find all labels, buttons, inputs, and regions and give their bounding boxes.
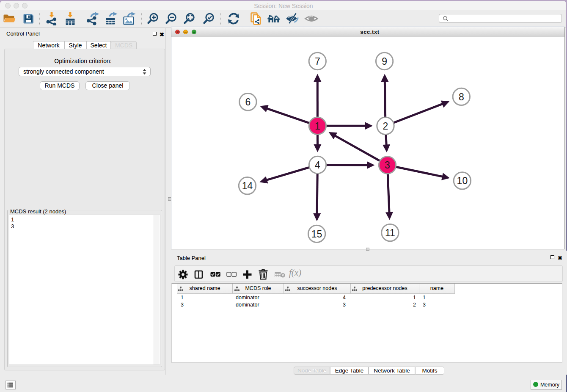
svg-text:2: 2 (383, 121, 388, 132)
svg-text:3: 3 (385, 160, 390, 171)
svg-text:10: 10 (457, 175, 468, 186)
svg-text:7: 7 (315, 56, 320, 67)
svg-text:11: 11 (385, 227, 395, 238)
svg-text:4: 4 (315, 160, 320, 171)
svg-text:6: 6 (245, 97, 251, 108)
svg-text:14: 14 (242, 180, 253, 191)
svg-text:1: 1 (315, 121, 320, 132)
svg-text:15: 15 (311, 229, 322, 240)
svg-text:8: 8 (459, 91, 464, 102)
svg-text:9: 9 (382, 56, 387, 67)
